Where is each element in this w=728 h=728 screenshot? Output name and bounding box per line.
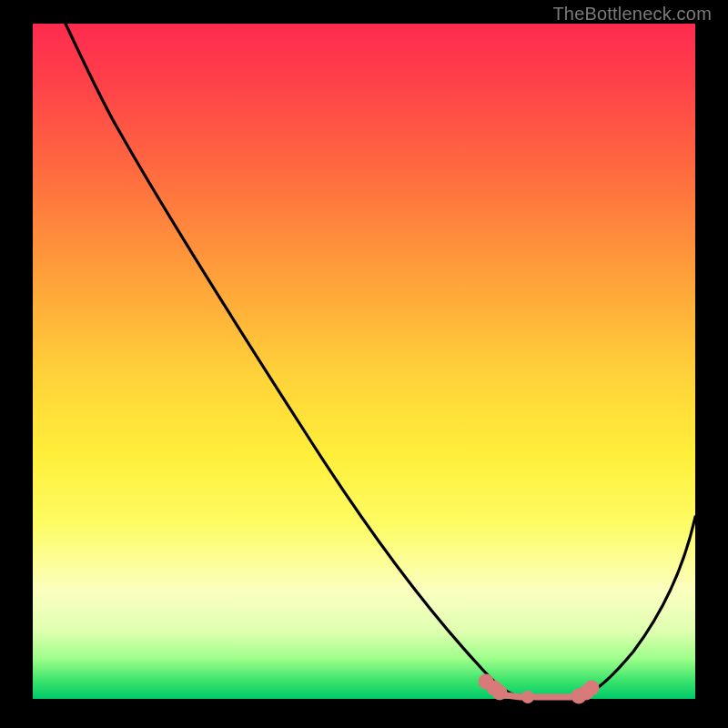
svg-point-8 xyxy=(587,683,596,693)
svg-point-4 xyxy=(525,694,531,701)
curve-svg xyxy=(33,24,695,699)
bottleneck-curve-path xyxy=(66,24,695,697)
svg-line-3 xyxy=(506,695,521,697)
plot-area xyxy=(33,24,695,699)
chart-container: TheBottleneck.com xyxy=(0,0,728,728)
svg-point-2 xyxy=(495,688,504,697)
optimal-range-markers xyxy=(481,677,596,701)
watermark-text: TheBottleneck.com xyxy=(552,4,712,25)
